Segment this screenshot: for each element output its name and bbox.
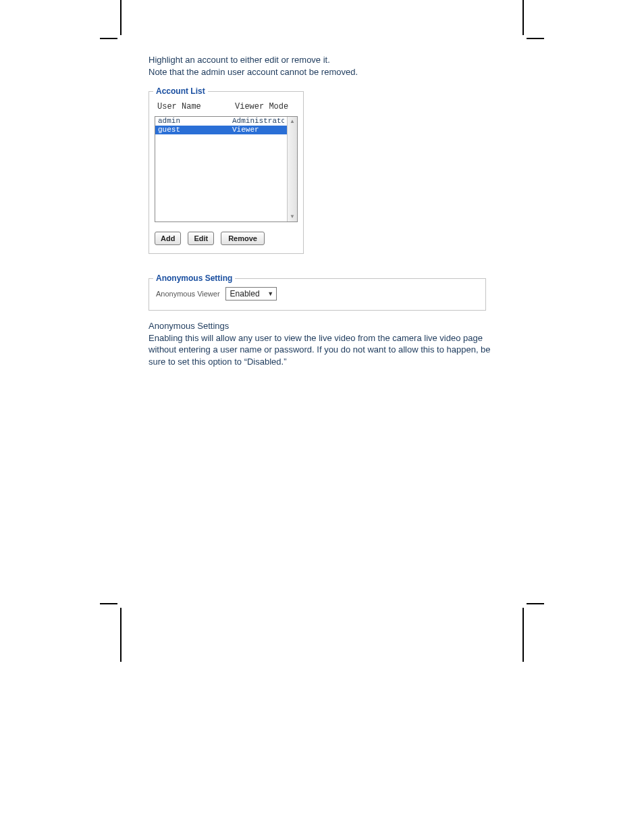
scroll-up-icon[interactable]: ▲ — [288, 117, 297, 126]
crop-mark — [120, 608, 122, 662]
account-list-box[interactable]: admin Administrato guest Viewer ▲ ▼ — [155, 116, 298, 222]
list-item-mode: Viewer — [232, 126, 284, 134]
crop-mark — [120, 0, 122, 35]
anonymous-settings-title: Anonymous Settings — [149, 320, 500, 332]
crop-mark — [100, 603, 117, 604]
intro-line-1: Highlight an account to either edit or r… — [149, 54, 500, 66]
chevron-down-icon: ▼ — [265, 290, 276, 298]
list-item-mode: Administrato — [232, 117, 284, 126]
account-list-legend: Account List — [153, 86, 208, 97]
remove-button[interactable]: Remove — [221, 232, 265, 245]
account-list-panel: Account List User Name Viewer Mode admin… — [149, 91, 304, 254]
header-viewer-mode: Viewer Mode — [235, 101, 295, 112]
list-item[interactable]: guest Viewer — [155, 126, 287, 134]
anonymous-settings-body: Enabling this will allow any user to vie… — [149, 332, 500, 368]
add-button[interactable]: Add — [155, 232, 181, 245]
crop-mark — [522, 608, 524, 662]
dropdown-value: Enabled — [226, 288, 265, 299]
anonymous-viewer-dropdown[interactable]: Enabled ▼ — [225, 287, 277, 301]
scroll-down-icon[interactable]: ▼ — [288, 212, 297, 221]
intro-line-2: Note that the admin user account cannot … — [149, 66, 500, 78]
crop-mark — [527, 603, 544, 604]
account-list-headers: User Name Viewer Mode — [155, 99, 298, 116]
crop-mark — [527, 38, 544, 39]
scrollbar[interactable]: ▲ ▼ — [287, 117, 297, 221]
list-item-user: guest — [158, 126, 232, 134]
anonymous-viewer-label: Anonymous Viewer — [156, 289, 220, 299]
anonymous-setting-legend: Anonymous Setting — [153, 273, 235, 284]
crop-mark — [522, 0, 524, 35]
anonymous-setting-panel: Anonymous Setting Anonymous Viewer Enabl… — [149, 278, 486, 311]
header-user-name: User Name — [157, 101, 235, 112]
list-item[interactable]: admin Administrato — [155, 117, 287, 126]
crop-mark — [100, 38, 117, 39]
edit-button[interactable]: Edit — [188, 232, 214, 245]
list-item-user: admin — [158, 117, 232, 126]
